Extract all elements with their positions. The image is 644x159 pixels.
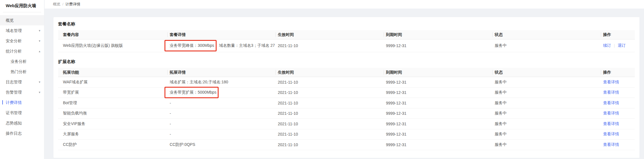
annotation-box-bandwidth-peak: 业务带宽峰值：300Mbps bbox=[165, 40, 217, 51]
extension-section-title: 扩展名称 bbox=[58, 59, 635, 65]
renew-link[interactable]: 续订 bbox=[603, 43, 611, 48]
sidebar-divider bbox=[3, 12, 41, 12]
detail-cell: - bbox=[167, 119, 276, 129]
view-details-link[interactable]: 查看详情 bbox=[603, 111, 619, 116]
status-cell: 服务中 bbox=[492, 39, 601, 52]
feature-cell: 带宽扩展 bbox=[58, 88, 167, 98]
sidebar-item-operation-log[interactable]: 操作日志 bbox=[0, 128, 44, 138]
status-cell: 服务中 bbox=[492, 77, 601, 87]
app-title: Web应用防火墙 bbox=[0, 0, 44, 9]
domain-quota-text: 域名数量：主域名3；子域名 27 bbox=[219, 43, 275, 48]
view-details-link[interactable]: 查看详情 bbox=[603, 121, 619, 126]
expire-date-cell: 9999-12-31 bbox=[384, 108, 492, 119]
col-header-effective-date: 生效时间 bbox=[276, 68, 384, 77]
effective-date-cell: 2021-11-10 bbox=[276, 140, 384, 150]
sidebar-item-overview[interactable]: 概览 bbox=[0, 15, 44, 25]
package-table-header: 套餐内容 套餐详情 生效时间 到期时间 状态 操作 bbox=[58, 30, 635, 39]
unsubscribe-link[interactable]: 退订 bbox=[618, 43, 626, 48]
col-header-actions: 操作 bbox=[601, 68, 635, 77]
sidebar-item-billing-details[interactable]: 计费详情 bbox=[0, 97, 44, 108]
detail-cell: - bbox=[167, 108, 276, 119]
table-row: Bot管理 - 2021-11-10 9999-12-31 服务中 查看详情 bbox=[58, 98, 635, 108]
detail-cell: 域名扩展：主域名:20,子域名:180 bbox=[167, 77, 276, 87]
status-cell: 服务中 bbox=[492, 129, 601, 140]
col-header-expire-date: 到期时间 bbox=[384, 30, 492, 39]
table-row: 带宽扩展 业务带宽扩展：5000Mbps 2021-11-10 9999-12-… bbox=[58, 88, 635, 98]
col-header-actions: 操作 bbox=[601, 30, 635, 39]
sidebar-item-security-analysis[interactable]: 安全分析▾ bbox=[0, 36, 44, 46]
sidebar: Web应用防火墙 概览 域名管理▾ 安全分析▾ 统计分析▴ 业务分析 热门分析 … bbox=[0, 0, 44, 159]
view-details-link[interactable]: 查看详情 bbox=[603, 132, 619, 137]
sidebar-item-situation-awareness[interactable]: 态势感知 bbox=[0, 118, 44, 128]
actions-cell: 查看详情 bbox=[601, 140, 635, 150]
expire-date-cell: 9999-12-31 bbox=[384, 119, 492, 129]
status-cell: 服务中 bbox=[492, 119, 601, 129]
effective-date-cell: 2021-11-10 bbox=[276, 129, 384, 140]
expire-date-cell: 9999-12-31 bbox=[384, 98, 492, 108]
breadcrumb-overview-link[interactable]: 概览 bbox=[53, 2, 60, 6]
view-details-link[interactable]: 查看详情 bbox=[603, 90, 619, 95]
table-row: 智能负载均衡 - 2021-11-10 9999-12-31 服务中 查看详情 bbox=[58, 108, 635, 119]
sidebar-item-log-management[interactable]: 日志管理▾ bbox=[0, 77, 44, 87]
col-header-status: 状态 bbox=[492, 30, 601, 39]
expire-date-cell: 9999-12-31 bbox=[384, 39, 492, 52]
chevron-down-icon: ▾ bbox=[39, 77, 40, 87]
sidebar-item-domain-management[interactable]: 域名管理▾ bbox=[0, 25, 44, 36]
status-cell: 服务中 bbox=[492, 108, 601, 119]
view-details-link[interactable]: 查看详情 bbox=[603, 142, 619, 147]
effective-date-cell: 2021-11-10 bbox=[276, 108, 384, 119]
detail-cell: 业务带宽扩展：5000Mbps bbox=[167, 88, 276, 98]
detail-cell: - bbox=[167, 98, 276, 108]
actions-cell: 查看详情 bbox=[601, 119, 635, 129]
sidebar-item-statistics-analysis[interactable]: 统计分析▴ bbox=[0, 46, 44, 56]
sidebar-item-certificate-management[interactable]: 证书管理 bbox=[0, 108, 44, 118]
breadcrumb-separator: / bbox=[62, 2, 64, 6]
extension-table-header: 拓展功能 拓展详情 生效时间 到期时间 状态 操作 bbox=[58, 68, 635, 77]
col-header-package-detail: 套餐详情 bbox=[167, 30, 276, 39]
table-row: 安全VIP服务 - 2021-11-10 9999-12-31 服务中 查看详情 bbox=[58, 119, 635, 129]
top-bar: 概览/计费详情 bbox=[45, 0, 644, 9]
effective-date-cell: 2021-11-10 bbox=[276, 88, 384, 98]
actions-cell: 查看详情 bbox=[601, 98, 635, 108]
extension-table: 拓展功能 拓展详情 生效时间 到期时间 状态 操作 WAF域名扩展 域名扩展：主… bbox=[58, 68, 635, 150]
detail-cell: - bbox=[167, 129, 276, 140]
breadcrumb: 概览/计费详情 bbox=[45, 0, 644, 9]
billing-details-card: 套餐名称 套餐内容 套餐详情 生效时间 到期时间 状态 操作 Web应用防火墙(… bbox=[53, 17, 639, 158]
package-table: 套餐内容 套餐详情 生效时间 到期时间 状态 操作 Web应用防火墙(边缘云版)… bbox=[58, 30, 635, 52]
feature-cell: WAF域名扩展 bbox=[58, 77, 167, 87]
feature-cell: Bot管理 bbox=[58, 98, 167, 108]
chevron-up-icon: ▴ bbox=[39, 46, 40, 56]
package-content-cell: Web应用防火墙(边缘云版) 旗舰版 bbox=[58, 39, 167, 52]
expire-date-cell: 9999-12-31 bbox=[384, 77, 492, 87]
view-details-link[interactable]: 查看详情 bbox=[603, 80, 619, 85]
status-cell: 服务中 bbox=[492, 88, 601, 98]
expire-date-cell: 9999-12-31 bbox=[384, 129, 492, 140]
action-divider bbox=[614, 44, 615, 48]
feature-cell: 大屏服务 bbox=[58, 129, 167, 140]
col-header-effective-date: 生效时间 bbox=[276, 30, 384, 39]
view-details-link[interactable]: 查看详情 bbox=[603, 100, 619, 106]
actions-cell: 查看详情 bbox=[601, 77, 635, 87]
col-header-package-content: 套餐内容 bbox=[58, 30, 167, 39]
sidebar-item-alert-management[interactable]: 告警管理▾ bbox=[0, 87, 44, 97]
chevron-down-icon: ▾ bbox=[39, 25, 40, 36]
annotation-box-bandwidth-extension: 业务带宽扩展：5000Mbps bbox=[165, 87, 219, 98]
chevron-down-icon: ▾ bbox=[39, 87, 40, 97]
effective-date-cell: 2021-11-10 bbox=[276, 39, 384, 52]
feature-cell: 智能负载均衡 bbox=[58, 108, 167, 119]
expire-date-cell: 9999-12-31 bbox=[384, 140, 492, 150]
sidebar-item-business-analysis[interactable]: 业务分析 bbox=[0, 56, 44, 67]
chevron-down-icon: ▾ bbox=[39, 36, 40, 46]
table-row: CC防护 CC防护:0QPS 2021-11-10 9999-12-31 服务中… bbox=[58, 140, 635, 150]
feature-cell: CC防护 bbox=[58, 140, 167, 150]
actions-cell: 查看详情 bbox=[601, 108, 635, 119]
col-header-extension-feature: 拓展功能 bbox=[58, 68, 167, 77]
col-header-expire-date: 到期时间 bbox=[384, 68, 492, 77]
effective-date-cell: 2021-11-10 bbox=[276, 77, 384, 87]
package-section-title: 套餐名称 bbox=[58, 17, 635, 27]
sidebar-menu: 概览 域名管理▾ 安全分析▾ 统计分析▴ 业务分析 热门分析 日志管理▾ 告警管… bbox=[0, 15, 44, 138]
effective-date-cell: 2021-11-10 bbox=[276, 98, 384, 108]
col-header-status: 状态 bbox=[492, 68, 601, 77]
sidebar-item-hot-analysis[interactable]: 热门分析 bbox=[0, 67, 44, 77]
table-row: 大屏服务 - 2021-11-10 9999-12-31 服务中 查看详情 bbox=[58, 129, 635, 140]
